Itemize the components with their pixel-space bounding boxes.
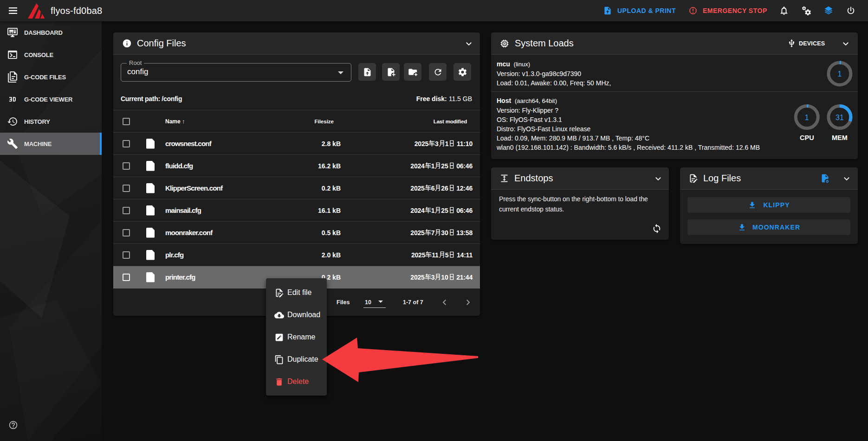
svg-text:MEM: MEM — [832, 134, 848, 141]
svg-text:1: 1 — [805, 114, 809, 121]
svg-text:31: 31 — [836, 114, 844, 121]
svg-text:1: 1 — [837, 70, 842, 78]
svg-text:CPU: CPU — [800, 134, 814, 141]
